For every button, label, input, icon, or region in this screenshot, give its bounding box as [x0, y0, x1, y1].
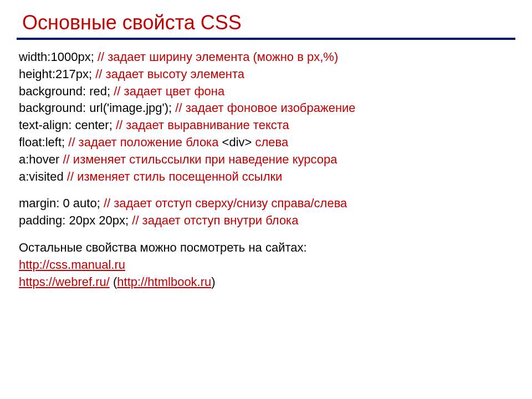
line-margin: margin: 0 auto; // задает отступ сверху/… — [19, 195, 515, 212]
slide-content: width:1000px; // задает ширину элемента … — [17, 49, 515, 290]
title-underline — [17, 38, 515, 40]
line-hover: a:hover // изменяет стильссылки при наве… — [19, 151, 515, 168]
comment: // задает фоновое изображение — [175, 101, 355, 115]
line-height: height:217px; // задает высоту элемента — [19, 66, 515, 83]
footer-intro: Остальные свойства можно посмотреть на с… — [19, 239, 515, 257]
comment: // изменяет стиль посещенной ссылки — [67, 170, 283, 183]
footer-link-row-2: https://webref.ru/ (http://htmlbook.ru) — [19, 274, 515, 291]
comment: слева — [252, 135, 288, 149]
code: background: red; — [19, 84, 114, 98]
code: margin: 0 auto; — [19, 196, 104, 210]
line-float: float:left; // задает положение блока <d… — [19, 134, 515, 151]
line-background-image: background: url('image.jpg'); // задает … — [19, 100, 515, 117]
comment: // задает выравнивание текста — [116, 118, 289, 132]
line-padding: padding: 20px 20px; // задает отступ вну… — [19, 212, 515, 229]
comment: // задает высоту элемента — [95, 67, 244, 81]
code: float:left; — [19, 135, 68, 149]
comment: // задает отступ внутри блока — [132, 213, 298, 227]
line-background-color: background: red; // задает цвет фона — [19, 83, 515, 100]
line-visited: a:visited // изменяет стиль посещенной с… — [19, 168, 515, 186]
slide-title: Основные свойста CSS — [17, 11, 515, 34]
code: width:1000px; — [19, 50, 98, 64]
comment: // задает ширину элемента (можно в px,%) — [98, 50, 338, 64]
comment: // задает отступ сверху/снизу справа/сле… — [104, 196, 347, 210]
code: height:217px; — [19, 67, 95, 81]
link-webref[interactable]: https://webref.ru/ — [19, 275, 110, 289]
comment: // задает цвет фона — [114, 84, 224, 98]
comment: // задает положение блока — [68, 135, 222, 149]
paren-close: ) — [211, 275, 215, 289]
code: a:hover — [19, 152, 63, 166]
link-css-manual[interactable]: http://css.manual.ru — [19, 258, 125, 272]
code: a:visited — [19, 170, 67, 183]
blank-line — [19, 185, 515, 195]
code: background: url('image.jpg'); — [19, 101, 175, 115]
line-width: width:1000px; // задает ширину элемента … — [19, 49, 515, 66]
code: padding: 20px 20px; — [19, 213, 132, 227]
blank-line — [19, 229, 515, 239]
tag: <div> — [222, 135, 252, 149]
code: text-align: center; — [19, 118, 116, 132]
footer-link-row-1: http://css.manual.ru — [19, 257, 515, 274]
line-text-align: text-align: center; // задает выравниван… — [19, 117, 515, 134]
paren-open: ( — [110, 275, 117, 289]
comment: // изменяет стильссылки при наведение ку… — [63, 152, 337, 166]
link-htmlbook[interactable]: http://htmlbook.ru — [117, 275, 211, 289]
